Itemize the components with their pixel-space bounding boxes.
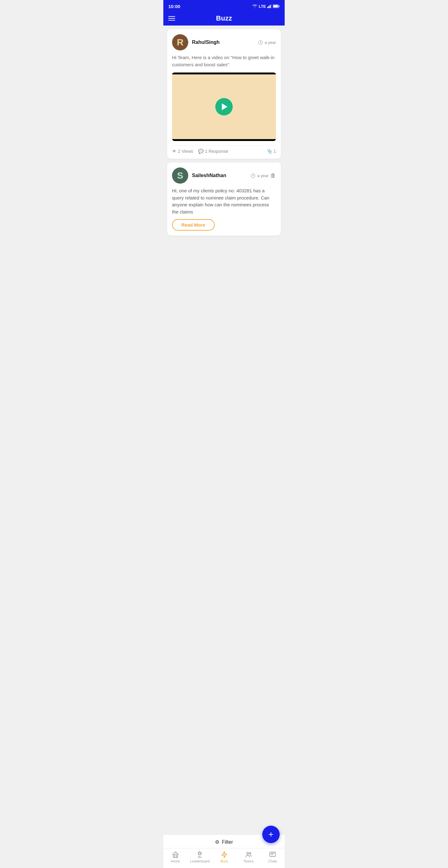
chats-label: Chats [268,859,277,863]
avatar-face-2: S [172,167,188,184]
teams-icon [245,851,252,858]
post-header-1: R RahulSingh 🕐 a year [172,34,276,51]
nav-item-leaderboard[interactable]: Leaderboard [190,851,210,863]
buzz-label: Buzz [221,859,228,863]
clock-icon-2: 🕐 [251,173,255,178]
avatar-2: S [172,167,188,184]
wifi-icon [252,4,257,8]
nav-item-buzz[interactable]: Buzz [215,851,234,863]
views-stat: 👁 2 Views [172,149,193,154]
svg-rect-6 [279,6,280,7]
avatar-face-1: R [172,34,188,51]
comment-icon: 💬 [198,149,203,154]
post-timestamp-1: a year [265,40,276,45]
responses-stat: 💬 1 Response [198,149,228,154]
avatar-1: R [172,34,188,51]
post-author-info-2: S SaileshNathan [172,167,226,184]
post-meta-1: 🕐 a year [258,40,276,45]
filter-icon: ⚙ [215,839,219,845]
play-triangle-icon [222,103,227,110]
svg-rect-1 [268,6,269,8]
svg-rect-5 [274,5,278,7]
author-name-1: RahulSingh [192,39,220,45]
attachment-info: 📎 1 [267,149,276,154]
post-stats-1: 👁 2 Views 💬 1 Response [172,149,228,154]
svg-rect-3 [271,4,271,8]
nav-item-chats[interactable]: Chats [263,851,282,863]
post-card-2: S SaileshNathan 🕐 a year 🗑 Hi, one of my… [167,162,281,236]
attachment-count: 1 [274,149,276,154]
status-icons: LTE [252,4,280,9]
delete-post-button[interactable]: 🗑 [270,173,276,179]
bottom-nav: Home Leaderboard Buzz Teams Chats [163,848,285,868]
svg-point-8 [249,853,251,854]
header: Buzz [163,12,285,26]
eye-icon: 👁 [172,149,177,154]
battery-icon [273,4,280,8]
read-more-button[interactable]: Read More [172,219,215,230]
clock-icon-1: 🕐 [258,40,263,45]
svg-rect-9 [270,852,275,857]
svg-point-7 [247,852,249,854]
play-button[interactable] [215,98,233,116]
post-author-info-1: R RahulSingh [172,34,220,51]
lte-label: LTE [259,4,266,9]
leaderboard-label: Leaderboard [190,859,210,863]
svg-rect-0 [267,7,268,8]
filter-label: Filter [222,839,233,845]
video-bar-bottom [172,139,276,141]
status-bar: 10:00 LTE [163,0,285,12]
video-bar-top [172,72,276,74]
post-card-1: R RahulSingh 🕐 a year Hi Team, Here is a… [167,29,281,159]
fab-button[interactable]: + [262,826,280,843]
responses-count: 1 Response [205,149,228,154]
views-count: 2 Views [178,149,193,154]
hamburger-menu[interactable] [168,16,175,21]
teams-label: Teams [243,859,253,863]
post-header-2: S SaileshNathan 🕐 a year 🗑 [172,167,276,184]
post-meta-2: 🕐 a year 🗑 [251,173,276,179]
page-title: Buzz [216,14,232,23]
nav-item-teams[interactable]: Teams [239,851,258,863]
video-thumbnail-1[interactable] [172,72,276,141]
buzz-icon [221,851,228,858]
leaderboard-icon [196,851,203,858]
paperclip-icon: 📎 [267,149,272,154]
chats-icon [269,851,276,858]
signal-icon [267,4,271,8]
post-text-1: Hi Team, Here is a video on "How to gree… [172,54,276,68]
nav-item-home[interactable]: Home [166,851,185,863]
feed-content: R RahulSingh 🕐 a year Hi Team, Here is a… [163,26,285,868]
home-label: Home [171,859,180,863]
svg-rect-2 [270,5,271,8]
post-timestamp-2: a year [257,173,268,178]
author-name-2: SaileshNathan [192,173,226,178]
status-time: 10:00 [168,4,180,9]
post-footer-1: 👁 2 Views 💬 1 Response 📎 1 [172,145,276,154]
post-text-2: Hi, one of my clients policy no: 403281 … [172,187,276,215]
video-container-1[interactable] [172,72,276,141]
home-icon [172,851,179,858]
